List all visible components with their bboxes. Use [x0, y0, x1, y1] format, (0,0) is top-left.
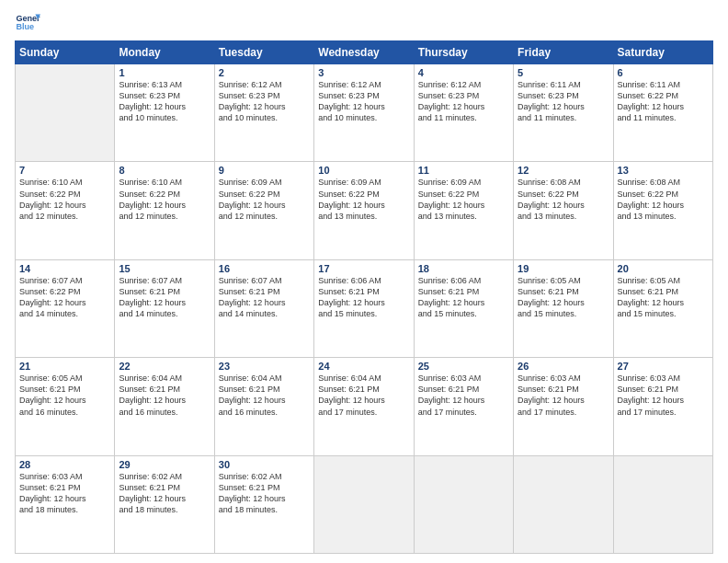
- day-info: Sunrise: 6:03 AM Sunset: 6:21 PM Dayligh…: [618, 373, 709, 418]
- day-number: 3: [318, 67, 409, 78]
- column-header-thursday: Thursday: [414, 41, 513, 64]
- day-number: 6: [618, 67, 709, 78]
- calendar-cell: 3Sunrise: 6:12 AM Sunset: 6:23 PM Daylig…: [314, 64, 414, 162]
- day-info: Sunrise: 6:03 AM Sunset: 6:21 PM Dayligh…: [19, 471, 110, 516]
- day-number: 9: [219, 165, 310, 176]
- day-number: 28: [19, 459, 110, 470]
- svg-text:Blue: Blue: [16, 22, 34, 31]
- calendar-cell: 29Sunrise: 6:02 AM Sunset: 6:21 PM Dayli…: [115, 455, 214, 553]
- week-row-3: 14Sunrise: 6:07 AM Sunset: 6:22 PM Dayli…: [16, 259, 713, 357]
- column-header-saturday: Saturday: [613, 41, 712, 64]
- day-info: Sunrise: 6:04 AM Sunset: 6:21 PM Dayligh…: [119, 373, 210, 418]
- day-number: 5: [518, 67, 609, 78]
- calendar-cell: [613, 455, 712, 553]
- day-number: 4: [418, 67, 509, 78]
- day-info: Sunrise: 6:05 AM Sunset: 6:21 PM Dayligh…: [19, 373, 110, 418]
- calendar-cell: [16, 64, 115, 162]
- day-number: 29: [119, 459, 210, 470]
- day-info: Sunrise: 6:11 AM Sunset: 6:23 PM Dayligh…: [518, 79, 609, 124]
- day-info: Sunrise: 6:04 AM Sunset: 6:21 PM Dayligh…: [318, 373, 409, 418]
- week-row-2: 7Sunrise: 6:10 AM Sunset: 6:22 PM Daylig…: [16, 162, 713, 259]
- day-number: 26: [518, 361, 609, 372]
- day-info: Sunrise: 6:10 AM Sunset: 6:22 PM Dayligh…: [19, 177, 110, 222]
- day-info: Sunrise: 6:12 AM Sunset: 6:23 PM Dayligh…: [418, 79, 509, 124]
- day-info: Sunrise: 6:07 AM Sunset: 6:21 PM Dayligh…: [219, 275, 310, 320]
- day-info: Sunrise: 6:11 AM Sunset: 6:22 PM Dayligh…: [618, 79, 709, 124]
- day-number: 11: [418, 165, 509, 176]
- column-header-friday: Friday: [514, 41, 613, 64]
- calendar-cell: 1Sunrise: 6:13 AM Sunset: 6:23 PM Daylig…: [115, 64, 214, 162]
- calendar-cell: 14Sunrise: 6:07 AM Sunset: 6:22 PM Dayli…: [16, 259, 115, 357]
- week-row-5: 28Sunrise: 6:03 AM Sunset: 6:21 PM Dayli…: [16, 455, 713, 553]
- logo: General Blue: [15, 9, 44, 35]
- day-info: Sunrise: 6:03 AM Sunset: 6:21 PM Dayligh…: [518, 373, 609, 418]
- day-number: 16: [219, 263, 310, 274]
- calendar-cell: 23Sunrise: 6:04 AM Sunset: 6:21 PM Dayli…: [214, 358, 313, 455]
- day-info: Sunrise: 6:08 AM Sunset: 6:22 PM Dayligh…: [518, 177, 609, 222]
- calendar-cell: [414, 455, 513, 553]
- day-number: 22: [119, 361, 210, 372]
- calendar-body: 1Sunrise: 6:13 AM Sunset: 6:23 PM Daylig…: [16, 64, 713, 554]
- day-number: 30: [219, 459, 310, 470]
- day-info: Sunrise: 6:07 AM Sunset: 6:21 PM Dayligh…: [119, 275, 210, 320]
- day-number: 10: [318, 165, 409, 176]
- calendar-cell: 21Sunrise: 6:05 AM Sunset: 6:21 PM Dayli…: [16, 358, 115, 455]
- day-number: 12: [518, 165, 609, 176]
- day-number: 27: [618, 361, 709, 372]
- calendar-cell: 16Sunrise: 6:07 AM Sunset: 6:21 PM Dayli…: [214, 259, 313, 357]
- day-info: Sunrise: 6:02 AM Sunset: 6:21 PM Dayligh…: [119, 471, 210, 516]
- calendar-cell: 5Sunrise: 6:11 AM Sunset: 6:23 PM Daylig…: [514, 64, 613, 162]
- calendar-cell: 30Sunrise: 6:02 AM Sunset: 6:21 PM Dayli…: [214, 455, 313, 553]
- calendar-cell: 6Sunrise: 6:11 AM Sunset: 6:22 PM Daylig…: [613, 64, 712, 162]
- logo-icon: General Blue: [15, 9, 40, 35]
- calendar-table: SundayMondayTuesdayWednesdayThursdayFrid…: [15, 40, 713, 554]
- calendar-cell: 2Sunrise: 6:12 AM Sunset: 6:23 PM Daylig…: [214, 64, 313, 162]
- week-row-4: 21Sunrise: 6:05 AM Sunset: 6:21 PM Dayli…: [16, 358, 713, 455]
- column-header-sunday: Sunday: [16, 41, 115, 64]
- calendar-cell: 19Sunrise: 6:05 AM Sunset: 6:21 PM Dayli…: [514, 259, 613, 357]
- calendar-cell: 13Sunrise: 6:08 AM Sunset: 6:22 PM Dayli…: [613, 162, 712, 259]
- day-info: Sunrise: 6:10 AM Sunset: 6:22 PM Dayligh…: [119, 177, 210, 222]
- calendar-cell: 20Sunrise: 6:05 AM Sunset: 6:21 PM Dayli…: [613, 259, 712, 357]
- calendar-cell: 24Sunrise: 6:04 AM Sunset: 6:21 PM Dayli…: [314, 358, 414, 455]
- day-number: 15: [119, 263, 210, 274]
- day-number: 21: [19, 361, 110, 372]
- calendar-cell: [514, 455, 613, 553]
- calendar-cell: 7Sunrise: 6:10 AM Sunset: 6:22 PM Daylig…: [16, 162, 115, 259]
- day-info: Sunrise: 6:08 AM Sunset: 6:22 PM Dayligh…: [618, 177, 709, 222]
- top-bar: General Blue: [15, 9, 713, 35]
- day-number: 17: [318, 263, 409, 274]
- calendar-cell: 10Sunrise: 6:09 AM Sunset: 6:22 PM Dayli…: [314, 162, 414, 259]
- day-info: Sunrise: 6:09 AM Sunset: 6:22 PM Dayligh…: [219, 177, 310, 222]
- day-number: 20: [618, 263, 709, 274]
- calendar-cell: 15Sunrise: 6:07 AM Sunset: 6:21 PM Dayli…: [115, 259, 214, 357]
- day-info: Sunrise: 6:07 AM Sunset: 6:22 PM Dayligh…: [19, 275, 110, 320]
- day-info: Sunrise: 6:09 AM Sunset: 6:22 PM Dayligh…: [418, 177, 509, 222]
- calendar-cell: 17Sunrise: 6:06 AM Sunset: 6:21 PM Dayli…: [314, 259, 414, 357]
- day-info: Sunrise: 6:12 AM Sunset: 6:23 PM Dayligh…: [219, 79, 310, 124]
- calendar-cell: 4Sunrise: 6:12 AM Sunset: 6:23 PM Daylig…: [414, 64, 513, 162]
- calendar-cell: 11Sunrise: 6:09 AM Sunset: 6:22 PM Dayli…: [414, 162, 513, 259]
- day-number: 7: [19, 165, 110, 176]
- day-info: Sunrise: 6:06 AM Sunset: 6:21 PM Dayligh…: [318, 275, 409, 320]
- calendar-cell: 12Sunrise: 6:08 AM Sunset: 6:22 PM Dayli…: [514, 162, 613, 259]
- day-number: 13: [618, 165, 709, 176]
- day-number: 2: [219, 67, 310, 78]
- day-number: 8: [119, 165, 210, 176]
- day-info: Sunrise: 6:09 AM Sunset: 6:22 PM Dayligh…: [318, 177, 409, 222]
- calendar-cell: 18Sunrise: 6:06 AM Sunset: 6:21 PM Dayli…: [414, 259, 513, 357]
- day-number: 19: [518, 263, 609, 274]
- calendar-cell: 27Sunrise: 6:03 AM Sunset: 6:21 PM Dayli…: [613, 358, 712, 455]
- day-info: Sunrise: 6:04 AM Sunset: 6:21 PM Dayligh…: [219, 373, 310, 418]
- calendar-cell: 22Sunrise: 6:04 AM Sunset: 6:21 PM Dayli…: [115, 358, 214, 455]
- day-info: Sunrise: 6:02 AM Sunset: 6:21 PM Dayligh…: [219, 471, 310, 516]
- day-info: Sunrise: 6:05 AM Sunset: 6:21 PM Dayligh…: [618, 275, 709, 320]
- day-number: 24: [318, 361, 409, 372]
- day-number: 14: [19, 263, 110, 274]
- column-header-monday: Monday: [115, 41, 214, 64]
- calendar-cell: [314, 455, 414, 553]
- day-number: 1: [119, 67, 210, 78]
- calendar-cell: 28Sunrise: 6:03 AM Sunset: 6:21 PM Dayli…: [16, 455, 115, 553]
- day-number: 25: [418, 361, 509, 372]
- week-row-1: 1Sunrise: 6:13 AM Sunset: 6:23 PM Daylig…: [16, 64, 713, 162]
